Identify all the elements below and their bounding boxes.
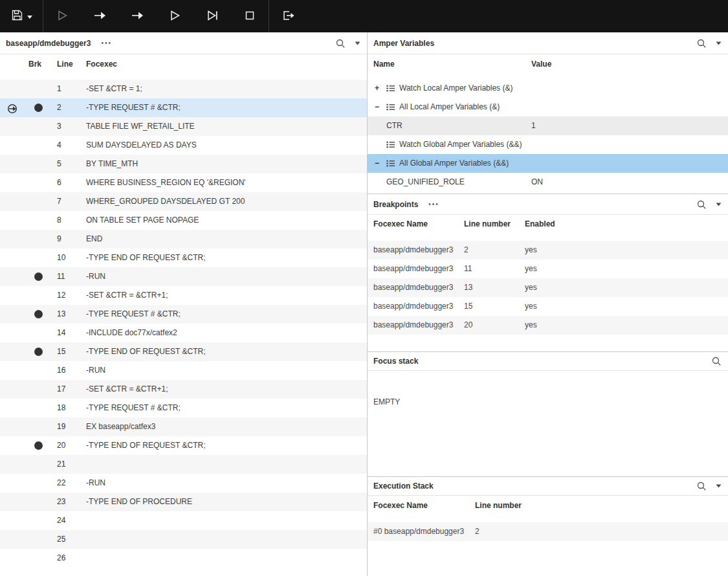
breakpoint-dot[interactable] <box>34 441 43 450</box>
code-line-row[interactable]: 7 WHERE_GROUPED DAYSDELAYED GT 200 <box>0 192 367 211</box>
caret-down-icon <box>27 12 32 21</box>
code-line-row[interactable]: 6 WHERE BUSINESS_REGION EQ '&REGION' <box>0 173 367 192</box>
code-text: -TYPE END OF REQUEST &CTR; <box>86 249 205 267</box>
run-to-end-button[interactable] <box>193 0 231 32</box>
section-title: Breakpoints <box>373 200 418 209</box>
focus-stack-header: Focus stack <box>368 352 728 371</box>
code-text: END <box>86 230 102 249</box>
search-icon[interactable] <box>696 481 707 491</box>
code-line-row[interactable]: 25 <box>0 530 367 549</box>
section-title: Amper Variables <box>373 39 434 48</box>
breakpoint-dot[interactable] <box>34 348 43 356</box>
breakpoints-menu-button[interactable]: ••• <box>428 201 439 208</box>
code-line-row[interactable]: 2 -TYPE REQUEST # &CTR; <box>0 98 367 117</box>
breakpoint-focexec: baseapp/dmdebugger3 <box>373 316 464 335</box>
chevron-down-icon[interactable] <box>355 41 360 45</box>
search-icon[interactable] <box>696 38 707 49</box>
code-panel-menu-button[interactable]: ••• <box>101 39 112 47</box>
code-line-row[interactable]: 1 -SET &CTR = 1; <box>0 80 367 98</box>
line-number: 12 <box>57 286 65 305</box>
code-line-row[interactable]: 23 -TYPE END OF PROCEDURE <box>0 493 367 511</box>
column-enabled: Enabled <box>525 219 728 228</box>
step-button[interactable] <box>118 0 156 32</box>
code-line-row[interactable]: 26 <box>0 549 367 568</box>
breakpoint-focexec: baseapp/dmdebugger3 <box>373 260 464 278</box>
code-line-row[interactable]: 9 END <box>0 230 367 249</box>
variable-row[interactable]: − All Local Amper Variables (&) <box>368 98 728 116</box>
variable-row[interactable]: GEO_UNIFIED_ROLE ON <box>368 173 728 192</box>
breakpoint-dot[interactable] <box>34 310 43 318</box>
chevron-down-icon[interactable] <box>716 41 722 45</box>
code-line-row[interactable]: 4 SUM DAYSDELAYED AS DAYS <box>0 136 367 155</box>
search-icon[interactable] <box>696 199 707 210</box>
breakpoint-focexec: baseapp/dmdebugger3 <box>373 241 464 260</box>
code-line-row[interactable]: 20 -TYPE END OF REQUEST &CTR; <box>0 436 367 455</box>
line-number: 21 <box>57 455 65 474</box>
execution-column-header: Focexec Name Line number <box>368 496 728 515</box>
execution-stack-row[interactable]: #0 baseapp/dmdebugger3 2 <box>368 522 728 541</box>
code-line-row[interactable]: 8 ON TABLE SET PAGE NOPAGE <box>0 211 367 230</box>
arrow-right-icon <box>131 9 144 24</box>
line-number: 25 <box>57 530 65 549</box>
code-line-row[interactable]: 17 -SET &CTR = &CTR+1; <box>0 380 367 399</box>
variable-name: CTR <box>386 116 403 135</box>
play-disabled-icon <box>56 9 69 24</box>
variable-row[interactable]: Watch Global Amper Variables (&&) <box>368 135 728 154</box>
column-line-number: Line number <box>464 219 525 228</box>
execution-line: 2 <box>475 522 728 541</box>
breakpoint-dot[interactable] <box>34 104 43 112</box>
breakpoint-row[interactable]: baseapp/dmdebugger3 13 yes <box>368 278 728 297</box>
breakpoint-row[interactable]: baseapp/dmdebugger3 15 yes <box>368 297 728 316</box>
expander-toggle[interactable]: − <box>375 154 386 173</box>
chevron-down-icon[interactable] <box>716 203 722 206</box>
code-line-row[interactable]: 19 EX baseapp/catfex3 <box>0 417 367 436</box>
line-number: 20 <box>57 436 65 455</box>
breakpoints-section: Breakpoints ••• Focexec Name Line number… <box>368 194 728 352</box>
code-line-row[interactable]: 11 -RUN <box>0 267 367 286</box>
code-line-row[interactable]: 21 <box>0 455 367 474</box>
variable-row[interactable]: CTR 1 <box>368 116 728 135</box>
code-line-row[interactable]: 13 -TYPE REQUEST # &CTR; <box>0 305 367 324</box>
expander-toggle[interactable]: − <box>375 98 386 116</box>
run-button[interactable] <box>43 0 81 32</box>
breakpoint-row[interactable]: baseapp/dmdebugger3 2 yes <box>368 241 728 260</box>
breakpoint-row[interactable]: baseapp/dmdebugger3 20 yes <box>368 316 728 335</box>
continue-button[interactable] <box>81 0 118 32</box>
list-icon <box>386 141 399 148</box>
amper-variables-tree: + Watch Local Amper Variables (&) − Al <box>368 74 728 192</box>
chevron-down-icon[interactable] <box>716 484 722 488</box>
breakpoint-enabled: yes <box>525 260 728 278</box>
code-line-row[interactable]: 14 -INCLUDE doc77x/catfex2 <box>0 324 367 342</box>
line-number: 16 <box>57 361 65 380</box>
list-icon <box>386 104 399 111</box>
code-line-row[interactable]: 12 -SET &CTR = &CTR+1; <box>0 286 367 305</box>
breakpoint-dot[interactable] <box>34 272 43 281</box>
code-text: SUM DAYSDELAYED AS DAYS <box>86 136 197 155</box>
column-name: Name <box>373 60 395 69</box>
code-line-row[interactable]: 18 -TYPE REQUEST # &CTR; <box>0 399 367 417</box>
variable-row[interactable]: + Watch Local Amper Variables (&) <box>368 79 728 98</box>
breakpoint-enabled: yes <box>525 316 728 335</box>
code-line-row[interactable]: 16 -RUN <box>0 361 367 380</box>
search-icon[interactable] <box>711 356 722 366</box>
code-line-row[interactable]: 24 <box>0 511 367 530</box>
code-line-row[interactable]: 15 -TYPE END OF REQUEST &CTR; <box>0 342 367 361</box>
code-line-row[interactable]: 3 TABLE FILE WF_RETAIL_LITE <box>0 117 367 136</box>
execution-focexec: #0 baseapp/dmdebugger3 <box>373 522 475 541</box>
stop-button[interactable] <box>231 0 269 32</box>
breakpoint-row[interactable]: baseapp/dmdebugger3 11 yes <box>368 260 728 278</box>
search-icon[interactable] <box>335 38 346 49</box>
expander-toggle[interactable]: + <box>375 79 386 98</box>
breakpoints-column-header: Focexec Name Line number Enabled <box>368 215 728 233</box>
run-to-breakpoint-button[interactable] <box>156 0 193 32</box>
variable-name: All Local Amper Variables (&) <box>399 98 500 116</box>
breakpoint-enabled: yes <box>525 297 728 316</box>
code-line-row[interactable]: 5 BY TIME_MTH <box>0 155 367 173</box>
code-line-row[interactable]: 22 -RUN <box>0 474 367 493</box>
variable-value: 1 <box>531 116 536 135</box>
save-button[interactable] <box>0 0 43 32</box>
exit-debugger-button[interactable] <box>269 0 307 32</box>
toolbar <box>0 0 728 32</box>
variable-row[interactable]: − All Global Amper Variables (&&) <box>368 154 728 173</box>
code-line-row[interactable]: 10 -TYPE END OF REQUEST &CTR; <box>0 249 367 267</box>
